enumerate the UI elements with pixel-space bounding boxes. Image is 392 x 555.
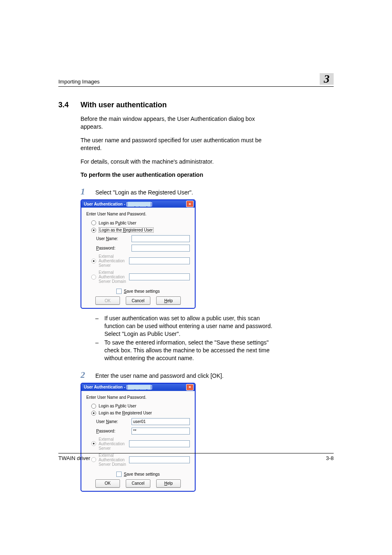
radio-icon: [91, 220, 96, 225]
close-icon[interactable]: ×: [186, 384, 194, 391]
close-icon[interactable]: ×: [186, 201, 194, 207]
section-number: 3.4: [58, 101, 81, 109]
radio-registered-user[interactable]: Login as the Registered User: [91, 227, 190, 233]
step-text: Enter the user name and password and cli…: [95, 372, 224, 379]
chapter-badge: 3: [320, 73, 334, 85]
bullet-text: To save the entered information, select …: [104, 339, 277, 362]
radio-icon: [91, 259, 96, 264]
user-auth-dialog: User Authentication - [▇▇ ▇ ▇▇ ▇] × Ente…: [81, 383, 196, 492]
footer-left: TWAIN driver: [58, 455, 90, 461]
step-number: 2: [81, 370, 95, 380]
dialog-titlebar: User Authentication - [▇▇ ▇ ▇▇ ▇] ×: [81, 200, 195, 208]
paragraph: For details, consult with the machine's …: [81, 158, 277, 166]
ext-auth-server-input: [129, 440, 190, 447]
footer-right: 3-8: [326, 455, 334, 461]
radio-icon: [91, 275, 96, 280]
password-label: Password:: [96, 429, 131, 433]
ext-auth-server-label: External Authentication Server: [99, 254, 129, 268]
paragraph: The user name and password specified for…: [81, 136, 277, 152]
cancel-button[interactable]: Cancel: [126, 296, 150, 305]
user-name-input[interactable]: [131, 235, 190, 242]
cancel-button[interactable]: Cancel: [126, 479, 150, 488]
user-name-label: User Name:: [96, 236, 131, 241]
password-label: Password:: [96, 246, 131, 250]
paragraph: Before the main window appears, the User…: [81, 115, 277, 131]
ok-button[interactable]: OK: [95, 296, 120, 305]
ext-auth-domain-label: External Authentication Server Domain: [99, 270, 129, 284]
bullet-text: If user authentication was set to allow …: [104, 314, 277, 338]
radio-public-user[interactable]: Login as Public User: [91, 220, 190, 225]
ok-button[interactable]: OK: [95, 479, 120, 488]
user-auth-dialog: User Authentication - [▇▇ ▇ ▇▇ ▇] × Ente…: [81, 199, 196, 309]
dialog-prompt: Enter User Name and Password.: [86, 212, 190, 216]
radio-registered-user[interactable]: Login as the Registered User: [91, 411, 190, 416]
ext-auth-domain-input: [129, 273, 190, 280]
bullet-dash: –: [95, 314, 104, 338]
ext-auth-server-label: External Authentication Server: [99, 437, 129, 451]
help-button[interactable]: Help: [156, 296, 181, 305]
user-name-input[interactable]: user01: [131, 418, 190, 425]
radio-icon: [91, 404, 96, 409]
subheading: To perform the user authentication opera…: [81, 171, 277, 179]
save-settings-checkbox[interactable]: Save these settings: [86, 472, 190, 477]
step-number: 1: [81, 186, 95, 197]
dialog-prompt: Enter User Name and Password.: [86, 395, 190, 400]
dialog-titlebar: User Authentication - [▇▇ ▇ ▇▇ ▇] ×: [81, 384, 195, 391]
password-input[interactable]: [131, 245, 190, 252]
radio-icon: [91, 441, 96, 446]
user-name-label: User Name:: [96, 419, 131, 424]
radio-public-user[interactable]: Login as Public User: [91, 404, 190, 409]
ext-auth-server-input: [129, 257, 190, 264]
running-header: Importing Images: [58, 79, 99, 85]
dialog-title: User Authentication - [▇▇ ▇ ▇▇ ▇]: [84, 385, 152, 389]
dialog-title: User Authentication - [▇▇ ▇ ▇▇ ▇]: [84, 202, 152, 206]
chapter-number: 3: [324, 73, 330, 85]
password-input[interactable]: **: [131, 428, 190, 435]
checkbox-icon: [116, 472, 122, 477]
bullet-dash: –: [95, 339, 104, 362]
radio-icon: [91, 228, 96, 233]
step-text: Select "Login as the Registered User".: [95, 189, 193, 196]
section-title: With user authentication: [81, 101, 167, 109]
save-settings-checkbox[interactable]: Save these settings: [86, 289, 190, 294]
checkbox-icon: [116, 289, 122, 294]
radio-icon: [91, 411, 96, 416]
help-button[interactable]: Help: [156, 479, 181, 488]
